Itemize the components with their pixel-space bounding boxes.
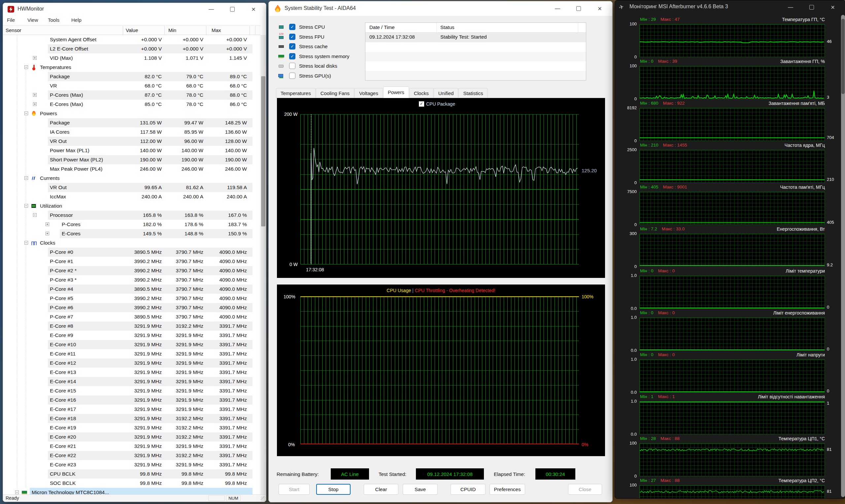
checkbox-checked[interactable]: ✓ — [289, 24, 295, 30]
checkbox-checked[interactable]: ✓ — [289, 53, 295, 59]
table-row[interactable]: Short Power Max (PL2)190.00 W190.00 W190… — [3, 155, 260, 164]
close-icon[interactable]: ✕ — [243, 3, 264, 16]
expand-icon[interactable]: + — [33, 93, 37, 97]
vertical-scrollbar[interactable] — [841, 15, 845, 497]
table-row[interactable]: E-Core #183291.9 MHz3192.2 MHz3391.7 MHz — [3, 414, 260, 423]
table-row[interactable]: +P-Cores182.0 %178.6 %183.7 % — [3, 220, 260, 229]
menu-item-tools[interactable]: Tools — [48, 17, 59, 23]
close-icon[interactable]: ✕ — [589, 1, 610, 16]
table-row[interactable]: −Clocks — [3, 238, 260, 248]
table-row[interactable]: +E-Cores149.5 %148.8 %150.9 % — [3, 229, 260, 238]
minimize-icon[interactable]: — — [780, 0, 801, 14]
collapse-icon[interactable]: − — [24, 241, 28, 245]
table-row[interactable]: +P-Cores (Max)87.0 °C78.0 °C88.0 °C — [3, 90, 260, 100]
table-row[interactable]: +VID (Max)1.108 V1.071 V1.145 V — [3, 53, 260, 63]
log-header-row[interactable]: Date / TimeStatus — [365, 23, 586, 33]
table-row[interactable]: P-Core #63990.2 MHz3790.7 MHz4090.0 MHz — [3, 303, 260, 312]
hwmonitor-titlebar[interactable]: HWMonitor — ✕ — [3, 3, 266, 16]
table-row[interactable]: E-Core #123291.9 MHz3291.9 MHz3391.7 MHz — [3, 358, 260, 368]
cpuid-button[interactable]: CPUID — [451, 484, 486, 495]
checkbox-checked[interactable]: ✓ — [289, 43, 295, 50]
collapse-icon[interactable]: − — [24, 65, 28, 69]
menu-item-view[interactable]: View — [28, 17, 38, 23]
table-row[interactable]: VR Out99.65 A81.62 A119.58 A — [3, 183, 260, 192]
table-row[interactable]: Package131.05 W99.47 W148.25 W — [3, 118, 260, 127]
tab-temperatures[interactable]: Temperatures — [276, 88, 316, 98]
table-row[interactable]: System Agent Offset+0.000 V+0.000 V+0.00… — [3, 35, 260, 44]
scrollbar-thumb[interactable] — [841, 19, 845, 94]
table-row[interactable]: SOC BCLK99.8 MHz99.8 MHz99.8 MHz — [3, 479, 260, 488]
table-row[interactable]: E-Core #193291.9 MHz3192.2 MHz3391.7 MHz — [3, 423, 260, 432]
vertical-scrollbar[interactable] — [260, 35, 266, 497]
tab-unified[interactable]: Unified — [434, 88, 459, 98]
table-row[interactable]: +E-Cores (Max)85.0 °C78.0 °C86.0 °C — [3, 100, 260, 109]
maximize-icon[interactable] — [568, 1, 589, 16]
tab-clocks[interactable]: Clocks — [409, 88, 433, 98]
resize-grip[interactable] — [261, 497, 265, 501]
collapse-icon[interactable]: − — [15, 490, 19, 494]
clear-button[interactable]: Clear — [364, 484, 398, 495]
expand-icon[interactable]: + — [46, 222, 49, 226]
menu-item-help[interactable]: Help — [71, 17, 82, 23]
table-row[interactable]: P-Core #73890.5 MHz3790.7 MHz4090.0 MHz — [3, 312, 260, 322]
maximize-icon[interactable] — [222, 3, 243, 16]
table-row[interactable]: E-Core #223291.9 MHz3192.2 MHz3391.7 MHz — [3, 451, 260, 460]
table-row[interactable]: E-Core #103291.9 MHz3291.9 MHz3391.7 MHz — [3, 340, 260, 349]
expand-icon[interactable]: + — [33, 56, 37, 60]
table-row[interactable]: −Temperatures — [3, 63, 260, 72]
table-header[interactable]: SensorValueMinMax — [3, 25, 260, 35]
table-row[interactable]: L2 E-Core Offset+0.000 V+0.000 V+0.000 V — [3, 44, 260, 53]
stop-button[interactable]: Stop — [316, 484, 350, 495]
table-row[interactable]: P-Core #2 *3990.2 MHz3790.7 MHz4090.0 MH… — [3, 266, 260, 275]
table-row[interactable]: E-Core #133291.9 MHz3291.9 MHz3391.7 MHz — [3, 368, 260, 377]
table-row[interactable]: E-Core #93291.9 MHz3291.9 MHz3391.7 MHz — [3, 331, 260, 340]
minimize-icon[interactable]: — — [547, 1, 568, 16]
table-row[interactable]: Max Peak Power (PL4)246.00 W246.00 W246.… — [3, 164, 260, 174]
table-row[interactable]: E-Core #173291.9 MHz3291.9 MHz3391.7 MHz — [3, 404, 260, 414]
minimize-icon[interactable]: — — [201, 3, 222, 16]
column-header-sensor[interactable]: Sensor — [6, 28, 21, 33]
save-button[interactable]: Save — [403, 484, 438, 495]
table-row[interactable]: E-Core #83291.9 MHz3192.2 MHz3391.7 MHz — [3, 322, 260, 331]
collapse-icon[interactable]: − — [24, 111, 28, 115]
legend-checkbox[interactable]: ✓ — [419, 101, 424, 107]
collapse-icon[interactable]: − — [24, 204, 28, 208]
tab-cooling-fans[interactable]: Cooling Fans — [316, 88, 354, 98]
collapse-icon[interactable]: − — [24, 176, 28, 180]
preferences-button[interactable]: Preferences — [489, 484, 525, 495]
table-row[interactable]: −Powers — [3, 109, 260, 118]
table-row[interactable]: IA Cores117.58 W85.95 W136.60 W — [3, 127, 260, 137]
tab-statistics[interactable]: Statistics — [459, 88, 487, 98]
expand-icon[interactable]: + — [33, 102, 37, 106]
table-row[interactable]: −Currents — [3, 174, 260, 183]
column-header-max[interactable]: Max — [212, 28, 221, 33]
table-row[interactable]: E-Core #143291.9 MHz3291.9 MHz3391.7 MHz — [3, 377, 260, 386]
table-row[interactable]: P-Core #53990.2 MHz3790.7 MHz4090.0 MHz — [3, 294, 260, 303]
checkbox-unchecked[interactable] — [289, 73, 295, 79]
table-row[interactable]: P-Core #3 *3990.2 MHz3790.7 MHz4090.0 MH… — [3, 275, 260, 285]
column-header-min[interactable]: Min — [168, 28, 176, 33]
log-row[interactable]: 09.12.2024 17:32:08Stability Test: Start… — [365, 33, 586, 42]
table-row[interactable]: E-Core #203291.9 MHz3192.2 MHz3391.7 MHz — [3, 432, 260, 442]
tab-powers[interactable]: Powers — [383, 87, 409, 98]
table-row[interactable]: E-Core #213291.9 MHz3291.9 MHz3391.7 MHz — [3, 442, 260, 451]
maximize-icon[interactable] — [801, 0, 822, 14]
table-row[interactable]: P-Core #13990.2 MHz3790.7 MHz4090.0 MHz — [3, 257, 260, 266]
table-row[interactable]: E-Core #113291.9 MHz3291.9 MHz3391.7 MHz — [3, 349, 260, 358]
checkbox-unchecked[interactable] — [289, 63, 295, 69]
table-row[interactable]: E-Core #153291.9 MHz3291.9 MHz3391.7 MHz — [3, 386, 260, 395]
afterburner-titlebar[interactable]: ✈ Моніторинг MSI Afterburner v4.6.6 Beta… — [615, 0, 845, 14]
collapse-icon[interactable]: − — [33, 213, 37, 217]
aida64-titlebar[interactable]: System Stability Test - AIDA64 — ✕ — [269, 1, 612, 16]
column-header-value[interactable]: Value — [126, 28, 138, 33]
table-row[interactable]: P-Core #03890.5 MHz3790.7 MHz4090.0 MHz — [3, 248, 260, 257]
table-row[interactable]: CPU BCLK99.8 MHz99.8 MHz99.8 MHz — [3, 469, 260, 479]
table-row[interactable]: IccMax240.00 A240.00 A240.00 A — [3, 192, 260, 201]
scrollbar-thumb[interactable] — [261, 76, 265, 227]
table-row[interactable]: E-Core #233291.9 MHz3291.9 MHz3391.7 MHz — [3, 460, 260, 469]
table-row[interactable]: Power Max (PL1)140.00 W140.00 W140.00 W — [3, 146, 260, 155]
table-row[interactable]: Package82.0 °C79.0 °C89.0 °C — [3, 72, 260, 81]
table-row[interactable]: E-Core #163291.9 MHz3291.9 MHz3391.7 MHz — [3, 395, 260, 404]
tab-voltages[interactable]: Voltages — [355, 88, 383, 98]
menu-item-file[interactable]: File — [7, 17, 15, 23]
